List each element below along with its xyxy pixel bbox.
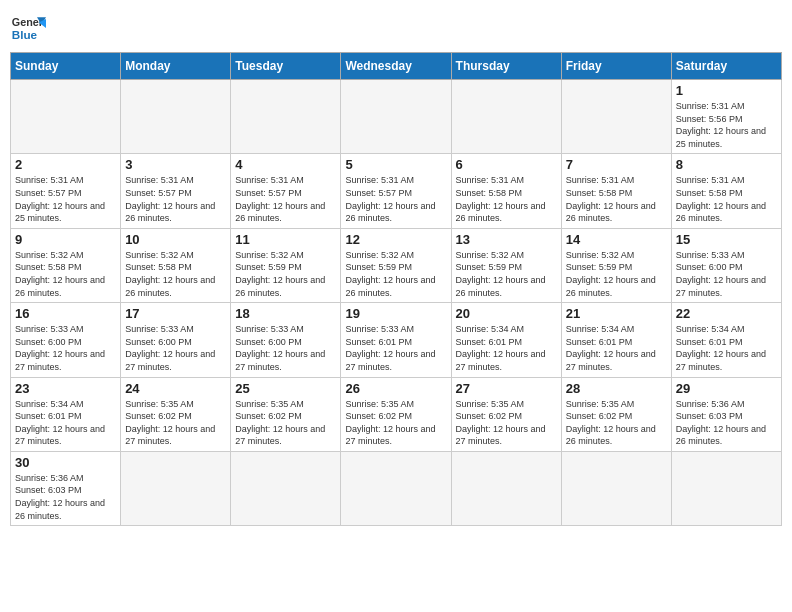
day-info: Sunrise: 5:34 AM Sunset: 6:01 PM Dayligh… — [456, 323, 557, 373]
calendar-cell: 6Sunrise: 5:31 AM Sunset: 5:58 PM Daylig… — [451, 154, 561, 228]
day-info: Sunrise: 5:31 AM Sunset: 5:57 PM Dayligh… — [345, 174, 446, 224]
day-number: 23 — [15, 381, 116, 396]
day-number: 22 — [676, 306, 777, 321]
generalblue-logo-icon: General Blue — [10, 10, 46, 46]
calendar-cell: 21Sunrise: 5:34 AM Sunset: 6:01 PM Dayli… — [561, 303, 671, 377]
calendar-cell: 10Sunrise: 5:32 AM Sunset: 5:58 PM Dayli… — [121, 228, 231, 302]
day-number: 8 — [676, 157, 777, 172]
day-number: 15 — [676, 232, 777, 247]
calendar-cell — [561, 80, 671, 154]
dow-header-thursday: Thursday — [451, 53, 561, 80]
calendar-cell: 19Sunrise: 5:33 AM Sunset: 6:01 PM Dayli… — [341, 303, 451, 377]
day-info: Sunrise: 5:31 AM Sunset: 5:58 PM Dayligh… — [676, 174, 777, 224]
day-number: 5 — [345, 157, 446, 172]
day-number: 6 — [456, 157, 557, 172]
calendar-week-4: 16Sunrise: 5:33 AM Sunset: 6:00 PM Dayli… — [11, 303, 782, 377]
day-info: Sunrise: 5:34 AM Sunset: 6:01 PM Dayligh… — [676, 323, 777, 373]
day-number: 7 — [566, 157, 667, 172]
day-number: 20 — [456, 306, 557, 321]
day-number: 25 — [235, 381, 336, 396]
day-info: Sunrise: 5:31 AM Sunset: 5:58 PM Dayligh… — [566, 174, 667, 224]
dow-header-tuesday: Tuesday — [231, 53, 341, 80]
day-info: Sunrise: 5:33 AM Sunset: 6:00 PM Dayligh… — [125, 323, 226, 373]
day-number: 11 — [235, 232, 336, 247]
calendar-week-2: 2Sunrise: 5:31 AM Sunset: 5:57 PM Daylig… — [11, 154, 782, 228]
day-info: Sunrise: 5:32 AM Sunset: 5:59 PM Dayligh… — [235, 249, 336, 299]
calendar-cell: 23Sunrise: 5:34 AM Sunset: 6:01 PM Dayli… — [11, 377, 121, 451]
calendar-cell — [341, 80, 451, 154]
day-info: Sunrise: 5:34 AM Sunset: 6:01 PM Dayligh… — [15, 398, 116, 448]
calendar-cell: 5Sunrise: 5:31 AM Sunset: 5:57 PM Daylig… — [341, 154, 451, 228]
logo: General Blue — [10, 10, 46, 46]
calendar-cell — [231, 451, 341, 525]
day-number: 10 — [125, 232, 226, 247]
day-number: 24 — [125, 381, 226, 396]
day-number: 30 — [15, 455, 116, 470]
day-info: Sunrise: 5:35 AM Sunset: 6:02 PM Dayligh… — [125, 398, 226, 448]
calendar-cell: 28Sunrise: 5:35 AM Sunset: 6:02 PM Dayli… — [561, 377, 671, 451]
day-number: 21 — [566, 306, 667, 321]
calendar-cell — [341, 451, 451, 525]
calendar-cell: 17Sunrise: 5:33 AM Sunset: 6:00 PM Dayli… — [121, 303, 231, 377]
day-number: 2 — [15, 157, 116, 172]
dow-header-friday: Friday — [561, 53, 671, 80]
day-number: 27 — [456, 381, 557, 396]
calendar-cell: 29Sunrise: 5:36 AM Sunset: 6:03 PM Dayli… — [671, 377, 781, 451]
calendar-cell: 20Sunrise: 5:34 AM Sunset: 6:01 PM Dayli… — [451, 303, 561, 377]
day-number: 28 — [566, 381, 667, 396]
day-number: 3 — [125, 157, 226, 172]
calendar-cell: 15Sunrise: 5:33 AM Sunset: 6:00 PM Dayli… — [671, 228, 781, 302]
day-info: Sunrise: 5:35 AM Sunset: 6:02 PM Dayligh… — [345, 398, 446, 448]
calendar-cell: 30Sunrise: 5:36 AM Sunset: 6:03 PM Dayli… — [11, 451, 121, 525]
calendar-table: SundayMondayTuesdayWednesdayThursdayFrid… — [10, 52, 782, 526]
dow-header-wednesday: Wednesday — [341, 53, 451, 80]
day-info: Sunrise: 5:33 AM Sunset: 6:00 PM Dayligh… — [235, 323, 336, 373]
calendar-cell: 27Sunrise: 5:35 AM Sunset: 6:02 PM Dayli… — [451, 377, 561, 451]
calendar-cell — [671, 451, 781, 525]
calendar-cell — [121, 451, 231, 525]
calendar-cell — [451, 451, 561, 525]
calendar-cell: 24Sunrise: 5:35 AM Sunset: 6:02 PM Dayli… — [121, 377, 231, 451]
day-info: Sunrise: 5:34 AM Sunset: 6:01 PM Dayligh… — [566, 323, 667, 373]
day-info: Sunrise: 5:35 AM Sunset: 6:02 PM Dayligh… — [456, 398, 557, 448]
day-number: 29 — [676, 381, 777, 396]
day-number: 26 — [345, 381, 446, 396]
day-number: 19 — [345, 306, 446, 321]
calendar-cell: 14Sunrise: 5:32 AM Sunset: 5:59 PM Dayli… — [561, 228, 671, 302]
day-number: 1 — [676, 83, 777, 98]
calendar-cell: 4Sunrise: 5:31 AM Sunset: 5:57 PM Daylig… — [231, 154, 341, 228]
calendar-week-6: 30Sunrise: 5:36 AM Sunset: 6:03 PM Dayli… — [11, 451, 782, 525]
day-info: Sunrise: 5:32 AM Sunset: 5:58 PM Dayligh… — [125, 249, 226, 299]
calendar-cell: 11Sunrise: 5:32 AM Sunset: 5:59 PM Dayli… — [231, 228, 341, 302]
day-number: 13 — [456, 232, 557, 247]
calendar-cell: 1Sunrise: 5:31 AM Sunset: 5:56 PM Daylig… — [671, 80, 781, 154]
calendar-week-5: 23Sunrise: 5:34 AM Sunset: 6:01 PM Dayli… — [11, 377, 782, 451]
calendar-cell: 9Sunrise: 5:32 AM Sunset: 5:58 PM Daylig… — [11, 228, 121, 302]
calendar-cell: 12Sunrise: 5:32 AM Sunset: 5:59 PM Dayli… — [341, 228, 451, 302]
calendar-cell: 3Sunrise: 5:31 AM Sunset: 5:57 PM Daylig… — [121, 154, 231, 228]
day-info: Sunrise: 5:32 AM Sunset: 5:59 PM Dayligh… — [345, 249, 446, 299]
calendar-cell: 13Sunrise: 5:32 AM Sunset: 5:59 PM Dayli… — [451, 228, 561, 302]
day-info: Sunrise: 5:31 AM Sunset: 5:56 PM Dayligh… — [676, 100, 777, 150]
day-number: 4 — [235, 157, 336, 172]
day-number: 12 — [345, 232, 446, 247]
calendar-cell: 22Sunrise: 5:34 AM Sunset: 6:01 PM Dayli… — [671, 303, 781, 377]
day-info: Sunrise: 5:32 AM Sunset: 5:59 PM Dayligh… — [566, 249, 667, 299]
calendar-cell — [561, 451, 671, 525]
calendar-cell: 7Sunrise: 5:31 AM Sunset: 5:58 PM Daylig… — [561, 154, 671, 228]
day-info: Sunrise: 5:33 AM Sunset: 6:00 PM Dayligh… — [676, 249, 777, 299]
day-info: Sunrise: 5:31 AM Sunset: 5:57 PM Dayligh… — [15, 174, 116, 224]
dow-header-monday: Monday — [121, 53, 231, 80]
day-info: Sunrise: 5:36 AM Sunset: 6:03 PM Dayligh… — [676, 398, 777, 448]
day-number: 14 — [566, 232, 667, 247]
day-info: Sunrise: 5:35 AM Sunset: 6:02 PM Dayligh… — [566, 398, 667, 448]
calendar-cell: 16Sunrise: 5:33 AM Sunset: 6:00 PM Dayli… — [11, 303, 121, 377]
calendar-cell: 25Sunrise: 5:35 AM Sunset: 6:02 PM Dayli… — [231, 377, 341, 451]
dow-header-saturday: Saturday — [671, 53, 781, 80]
day-number: 16 — [15, 306, 116, 321]
day-info: Sunrise: 5:31 AM Sunset: 5:58 PM Dayligh… — [456, 174, 557, 224]
calendar-cell — [451, 80, 561, 154]
calendar-week-3: 9Sunrise: 5:32 AM Sunset: 5:58 PM Daylig… — [11, 228, 782, 302]
calendar-week-1: 1Sunrise: 5:31 AM Sunset: 5:56 PM Daylig… — [11, 80, 782, 154]
calendar-cell — [231, 80, 341, 154]
